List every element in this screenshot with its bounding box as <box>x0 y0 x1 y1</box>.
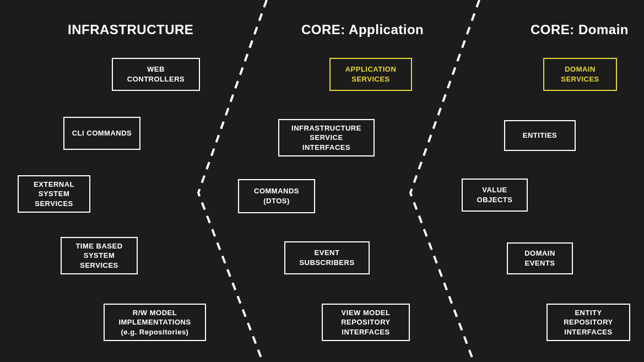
box-time-based-system-services: TIME BASED SYSTEM SERVICES <box>61 237 138 274</box>
heading-infrastructure: INFRASTRUCTURE <box>68 22 193 37</box>
box-rw-model-implementations: R/W MODEL IMPLEMENTATIONS (e.g. Reposito… <box>104 304 206 341</box>
box-domain-events: DOMAIN EVENTS <box>507 242 573 274</box>
heading-core-application: CORE: Application <box>301 22 424 37</box>
box-value-objects: VALUE OBJECTS <box>462 179 528 212</box>
box-view-model-repository-interfaces: VIEW MODEL REPOSITORY INTERFACES <box>322 304 410 341</box>
box-web-controllers: WEB CONTROLLERS <box>112 58 200 91</box>
box-commands-dtos: COMMANDS (DTOS) <box>238 179 315 213</box>
box-application-services: APPLICATION SERVICES <box>329 58 412 91</box>
box-cli-commands: CLI COMMANDS <box>63 117 140 150</box>
architecture-diagram: INFRASTRUCTURE CORE: Application CORE: D… <box>0 0 644 362</box>
box-infrastructure-service-interfaces: INFRASTRUCTURE SERVICE INTERFACES <box>278 119 375 156</box>
box-domain-services: DOMAIN SERVICES <box>543 58 617 91</box>
box-external-system-services: EXTERNAL SYSTEM SERVICES <box>18 175 90 213</box>
heading-core-domain: CORE: Domain <box>531 22 629 37</box>
box-event-subscribers: EVENT SUBSCRIBERS <box>284 241 370 274</box>
box-entity-repository-interfaces: ENTITY REPOSITORY INTERFACES <box>546 304 630 341</box>
box-entities: ENTITIES <box>504 120 576 151</box>
